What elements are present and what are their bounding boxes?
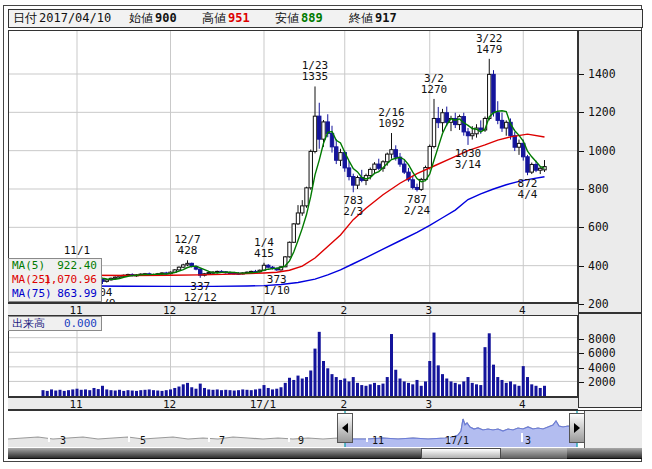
svg-text:1479: 1479 bbox=[476, 43, 503, 56]
chart-annotation: 1/4415 bbox=[254, 236, 274, 260]
navigator-right-filler bbox=[584, 411, 642, 448]
navigator-month-label: 11 bbox=[372, 435, 384, 446]
volume-tick bbox=[579, 368, 584, 369]
volume-row: 出来高 0.000 bbox=[9, 317, 101, 330]
volume-tick-label: 4000 bbox=[588, 362, 616, 374]
svg-text:415: 415 bbox=[254, 247, 274, 260]
month-label: 17/1 bbox=[250, 305, 277, 316]
price-tick bbox=[579, 304, 584, 305]
price-tick-label: 400 bbox=[588, 260, 609, 272]
svg-text:1270: 1270 bbox=[421, 83, 448, 96]
month-label: 11 bbox=[69, 399, 82, 410]
month-label: 3 bbox=[425, 399, 432, 410]
high-value: 951 bbox=[228, 10, 250, 27]
ma-legend: MA(5) 922.40 MA(25) 1,070.96 MA(75) 863.… bbox=[8, 258, 102, 302]
navigator-left-arrow-button[interactable] bbox=[337, 413, 353, 443]
close-label: 終値 bbox=[349, 10, 373, 27]
svg-text:1092: 1092 bbox=[378, 117, 405, 130]
svg-text:11/1: 11/1 bbox=[64, 244, 91, 257]
navigator-month-label: 3 bbox=[60, 435, 66, 446]
svg-text:1335: 1335 bbox=[302, 70, 329, 83]
scrollbar-thumb[interactable] bbox=[421, 448, 501, 459]
chart-annotation: 12/7428 bbox=[174, 233, 201, 257]
chart-annotation: 3731/10 bbox=[264, 273, 291, 297]
svg-text:12/12: 12/12 bbox=[184, 291, 217, 302]
price-tick-label: 1400 bbox=[588, 68, 616, 80]
chart-annotation: 2/161092 bbox=[378, 106, 405, 130]
open-label: 始値 bbox=[129, 10, 153, 27]
navigator-month-label: 17/1 bbox=[445, 435, 469, 446]
horizontal-scrollbar[interactable] bbox=[8, 448, 642, 459]
ma25-value: 1,070.96 bbox=[44, 273, 97, 287]
price-tick bbox=[579, 227, 584, 228]
ma5-label: MA(5) bbox=[12, 259, 45, 273]
chart-annotation: 8724/4 bbox=[518, 177, 538, 201]
navigator-month-label: 9 bbox=[298, 435, 304, 446]
price-tick bbox=[579, 266, 584, 267]
navigator[interactable]: 35791117/13 bbox=[8, 410, 642, 447]
month-label: 2 bbox=[340, 305, 347, 316]
month-label: 3 bbox=[425, 305, 432, 316]
navigator-right-arrow-button[interactable] bbox=[569, 413, 585, 443]
ma75-row: MA(75) 863.99 bbox=[9, 287, 101, 301]
scrollbar-page-area[interactable] bbox=[501, 448, 567, 459]
price-tick bbox=[579, 151, 584, 152]
month-label: 4 bbox=[519, 305, 526, 316]
svg-text:2/3: 2/3 bbox=[343, 205, 363, 218]
quote-header: 日付 2017/04/10 始値 900 高値 951 安値 889 終値 91… bbox=[8, 9, 643, 28]
volume-tick-label: 6000 bbox=[588, 347, 616, 359]
svg-text:3/14: 3/14 bbox=[455, 158, 482, 171]
low-label: 安値 bbox=[275, 10, 299, 27]
navigator-month-label: 3 bbox=[525, 435, 531, 446]
chart-annotation: 7832/3 bbox=[343, 194, 363, 218]
high-label: 高値 bbox=[202, 10, 226, 27]
volume-tick-label: 2000 bbox=[588, 376, 616, 388]
chart-annotation: 7872/24 bbox=[404, 193, 431, 217]
chart-annotation: 1/231335 bbox=[302, 59, 329, 83]
date-label: 日付 bbox=[13, 10, 37, 27]
chart-annotation: 3/221479 bbox=[476, 32, 503, 56]
month-axis-upper: 111217/1234 bbox=[8, 303, 578, 316]
ma75-label: MA(75) bbox=[12, 287, 52, 301]
volume-tick bbox=[579, 353, 584, 354]
month-label: 2 bbox=[340, 399, 347, 410]
month-label: 12 bbox=[163, 305, 176, 316]
svg-text:4/4: 4/4 bbox=[518, 188, 538, 201]
month-label: 11 bbox=[69, 305, 82, 316]
volume-tick-label: 8000 bbox=[588, 333, 616, 345]
volume-value: 0.000 bbox=[64, 317, 97, 330]
chart-annotation: 11/1 bbox=[64, 244, 91, 257]
ma75-value: 863.99 bbox=[57, 287, 97, 301]
stock-chart-app: 日付 2017/04/10 始値 900 高値 951 安値 889 終値 91… bbox=[0, 0, 652, 469]
date-value: 2017/04/10 bbox=[39, 10, 111, 27]
navigator-canvas[interactable]: 35791117/13 bbox=[8, 411, 642, 447]
svg-text:428: 428 bbox=[178, 244, 198, 257]
chart-annotation: 10303/14 bbox=[455, 147, 482, 171]
left-arrow-icon bbox=[342, 423, 348, 433]
month-label: 12 bbox=[163, 399, 176, 410]
price-tick-label: 200 bbox=[588, 298, 609, 310]
navigator-month-label: 7 bbox=[219, 435, 225, 446]
ma5-value: 922.40 bbox=[57, 259, 97, 273]
right-arrow-icon bbox=[574, 423, 580, 433]
month-label: 4 bbox=[519, 399, 526, 410]
volume-label: 出来高 bbox=[12, 317, 45, 330]
ma25-row: MA(25) 1,070.96 bbox=[9, 273, 101, 287]
chart-annotation: 33712/12 bbox=[184, 280, 217, 302]
month-axis-lower: 111217/1234 bbox=[8, 397, 578, 410]
price-tick-label: 600 bbox=[588, 221, 609, 233]
price-tick-label: 1000 bbox=[588, 145, 616, 157]
volume-legend: 出来高 0.000 bbox=[8, 316, 102, 331]
price-tick-label: 1200 bbox=[588, 106, 616, 118]
volume-tick bbox=[579, 382, 584, 383]
low-value: 889 bbox=[301, 10, 323, 27]
price-tick bbox=[579, 189, 584, 190]
svg-text:1/10: 1/10 bbox=[264, 284, 291, 297]
svg-text:2/24: 2/24 bbox=[404, 204, 431, 217]
chart-annotation: 3/21270 bbox=[421, 72, 448, 96]
price-axis: 140012001000800600400200 bbox=[578, 30, 642, 313]
price-tick bbox=[579, 112, 584, 113]
volume-axis: 8000600040002000 bbox=[578, 313, 642, 408]
ma5-row: MA(5) 922.40 bbox=[9, 259, 101, 273]
price-tick-label: 800 bbox=[588, 183, 609, 195]
